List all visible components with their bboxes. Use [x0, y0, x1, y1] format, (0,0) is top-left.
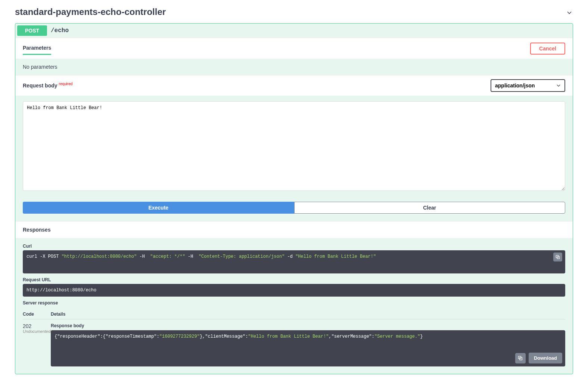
response-details-cell: Response body {"responseHeader":{"respon… — [51, 323, 565, 366]
request-body-label: Request body — [23, 83, 57, 89]
response-code: 202 — [23, 323, 51, 329]
action-row: Execute Clear — [15, 202, 573, 221]
response-table-header: Code Details — [23, 309, 565, 319]
section-header[interactable]: standard-payments-echo-controller — [15, 4, 573, 20]
response-row: 202 Undocumented Response body {"respons… — [23, 319, 565, 366]
operation-path: /echo — [51, 27, 69, 34]
execute-button[interactable]: Execute — [23, 202, 294, 214]
curl-label: Curl — [23, 244, 565, 249]
undocumented-label: Undocumented — [23, 329, 51, 334]
request-body-header: Request bodyrequired application/json — [15, 75, 573, 96]
request-body-area — [15, 96, 573, 202]
copy-response-icon[interactable] — [515, 353, 526, 363]
no-parameters-text: No parameters — [15, 59, 573, 75]
request-body-label-wrap: Request bodyrequired — [23, 82, 72, 89]
download-button[interactable]: Download — [529, 353, 562, 363]
request-body-textarea[interactable] — [23, 101, 565, 191]
cancel-button[interactable]: Cancel — [530, 43, 565, 55]
clear-button[interactable]: Clear — [294, 202, 566, 214]
details-column-header: Details — [51, 312, 565, 317]
copy-curl-icon[interactable] — [553, 253, 562, 261]
responses-section: Curl curl -X POST "http://localhost:8080… — [15, 238, 573, 374]
content-type-select[interactable]: application/json — [491, 79, 565, 92]
http-method-badge: POST — [17, 25, 47, 36]
operation-block: POST /echo Parameters Cancel No paramete… — [15, 23, 573, 374]
server-response-label: Server response — [23, 300, 565, 306]
code-column-header: Code — [23, 312, 51, 317]
operation-summary[interactable]: POST /echo — [15, 24, 573, 38]
responses-header: Responses — [15, 221, 573, 238]
section-title-text: standard-payments-echo-controller — [15, 7, 166, 17]
request-url-block: http://localhost:8080/echo — [23, 284, 565, 297]
chevron-down-icon — [566, 8, 573, 16]
response-code-cell: 202 Undocumented — [23, 323, 51, 366]
parameters-header: Parameters Cancel — [15, 38, 573, 59]
required-tag: required — [57, 82, 73, 86]
curl-block: curl -X POST "http://localhost:8080/echo… — [23, 250, 565, 273]
response-body-label: Response body — [51, 323, 565, 328]
parameters-tab[interactable]: Parameters — [23, 42, 51, 55]
request-url-label: Request URL — [23, 277, 565, 282]
response-controls: Download — [515, 353, 562, 363]
response-body-block: {"responseHeader":{"responseTimestamp":"… — [51, 330, 565, 366]
